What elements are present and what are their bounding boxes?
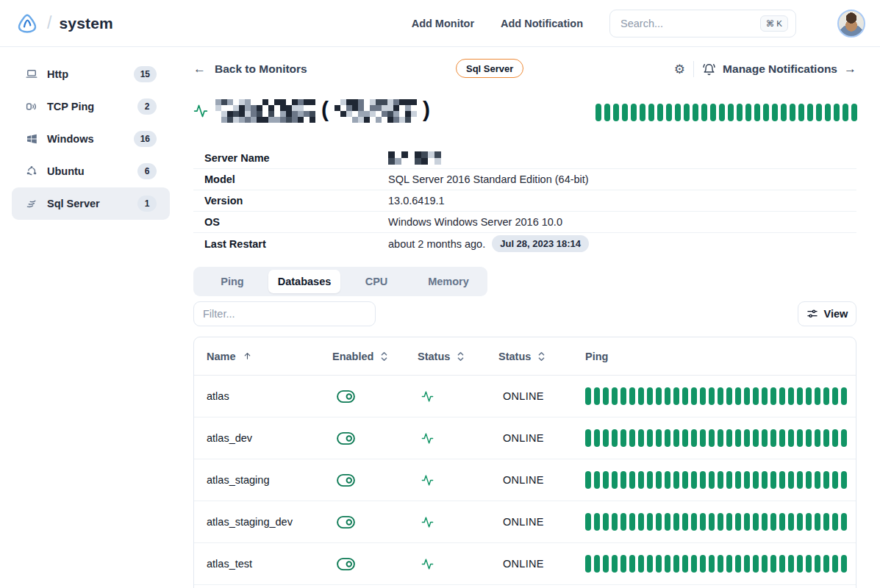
redacted-title-text [215,99,315,123]
breadcrumb-separator: / [47,13,51,33]
toggle-on-icon[interactable] [336,515,418,529]
filter-input[interactable] [193,301,376,326]
sidebar-item-ubuntu[interactable]: Ubuntu 6 [12,155,170,187]
view-button[interactable]: View [798,301,856,326]
sidebar-item-tcp-ping[interactable]: TCP Ping 2 [12,90,170,123]
count-badge: 16 [134,131,157,147]
column-header-enabled[interactable]: Enabled [332,351,418,362]
info-row-version: Version 13.0.6419.1 [193,190,856,212]
info-row-server-name: Server Name [193,148,856,169]
toggle-on-icon[interactable] [336,431,418,445]
count-badge: 1 [137,196,157,212]
activity-icon [421,516,498,528]
sidebar-item-label: Http [47,68,125,80]
db-status-text: ONLINE [503,474,585,486]
sidebar-item-label: Windows [47,133,125,145]
tab-cpu[interactable]: CPU [340,270,412,293]
ping-bars[interactable] [585,471,856,489]
back-to-monitors-link[interactable]: ← Back to Monitors [193,62,307,76]
toggle-on-icon[interactable] [336,473,418,487]
metric-tabs: Ping Databases CPU Memory [193,267,487,296]
activity-icon [421,558,498,570]
table-row[interactable]: atlas_test ONLINE [194,543,856,585]
column-header-status-icon[interactable]: Status [418,351,498,362]
monitor-title: ( ) [193,97,430,125]
manage-notifications-link[interactable]: Manage Notifications → [702,62,856,76]
bell-icon [702,62,716,76]
uptime-bars[interactable] [595,104,857,121]
ping-bars[interactable] [585,387,856,405]
sort-icon [457,351,465,362]
search-input[interactable] [620,18,754,29]
ping-bars[interactable] [585,555,856,573]
db-status-text: ONLINE [503,390,585,402]
app-header: / system Add Monitor Add Notification ⌘ … [0,0,880,47]
ping-bars[interactable] [585,513,856,531]
title-paren-close: ) [423,98,430,121]
toggle-on-icon[interactable] [336,557,418,571]
header-nav: Add Monitor Add Notification ⌘ K [412,10,865,37]
gear-icon[interactable]: ⚙ [674,63,685,76]
db-status-text: ONLINE [503,558,585,570]
column-header-ping: Ping [585,351,856,362]
redacted-server-name [388,151,441,165]
sidebar-item-sql-server[interactable]: Sql Server 1 [12,187,170,220]
sidebar-item-windows[interactable]: Windows 16 [12,123,170,155]
ubuntu-icon [25,165,38,178]
table-row[interactable]: atlas_staging_dev ONLINE [194,501,856,543]
search-box[interactable]: ⌘ K [609,10,796,37]
sort-icon [380,351,388,362]
add-notification-link[interactable]: Add Notification [501,18,583,29]
table-row[interactable]: atlas_staging ONLINE [194,459,856,501]
monitor-type-badge[interactable]: Sql Server [456,59,523,78]
column-header-status-text[interactable]: Status [498,351,585,362]
ping-bars[interactable] [585,429,856,447]
sidebar-item-http[interactable]: Http 15 [12,58,170,90]
back-label: Back to Monitors [215,62,307,76]
db-name: atlas_staging_dev [207,516,332,528]
info-value: Windows Windows Server 2016 10.0 [388,216,562,228]
sql-server-icon [25,197,38,210]
db-name: atlas_test [207,558,332,570]
info-value: about 2 months ago. [388,238,485,250]
count-badge: 6 [137,163,157,179]
user-avatar[interactable] [837,10,865,37]
db-name: atlas_staging [207,474,332,486]
table-row[interactable]: atlas_dev ONLINE [194,417,856,459]
sort-asc-icon [243,351,252,361]
brand[interactable]: / system [15,11,113,36]
signal-icon [25,100,38,113]
toggle-on-icon[interactable] [336,390,418,404]
sliders-icon [806,308,818,320]
sidebar-item-label: TCP Ping [47,101,129,112]
arrow-right-icon: → [844,62,856,76]
tab-ping[interactable]: Ping [196,270,268,293]
column-header-name[interactable]: Name [207,351,332,362]
info-row-os: OS Windows Windows Server 2016 10.0 [193,212,856,233]
title-paren-open: ( [321,98,329,121]
info-row-last-restart: Last Restart about 2 months ago. Jul 28,… [193,233,856,254]
activity-icon [421,474,498,487]
info-label: Version [204,195,388,207]
monitor-toolbar: ← Back to Monitors Sql Server ⚙ Manage N… [193,59,856,79]
info-row-model: Model SQL Server 2016 Standard Edition (… [193,169,856,190]
tab-memory[interactable]: Memory [412,270,484,293]
toolbar-actions: ⚙ Manage Notifications → [674,61,856,77]
info-label: Server Name [204,152,388,164]
add-monitor-link[interactable]: Add Monitor [412,18,474,29]
table-body: atlas ONLINE atlas_dev ONLINE atlas_stag… [194,376,856,585]
app-logo-icon [15,11,40,36]
db-status-text: ONLINE [503,432,585,444]
count-badge: 15 [134,66,157,82]
info-value: SQL Server 2016 Standard Edition (64-bit… [388,173,589,185]
db-name: atlas_dev [207,432,332,444]
tab-databases[interactable]: Databases [268,270,340,293]
windows-icon [25,132,38,146]
databases-table: Name Enabled Status Status [193,337,856,588]
laptop-icon [25,68,38,81]
table-row[interactable]: atlas ONLINE [194,376,856,417]
page-title: system [59,15,113,32]
activity-icon [421,390,498,403]
server-info-list: Server Name Model SQL Server 2016 Standa… [193,148,856,254]
info-label: OS [204,216,388,228]
